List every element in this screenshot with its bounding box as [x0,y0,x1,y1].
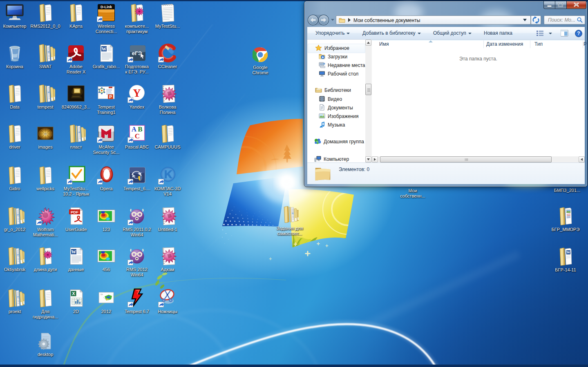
svg-text:?: ? [577,31,580,36]
